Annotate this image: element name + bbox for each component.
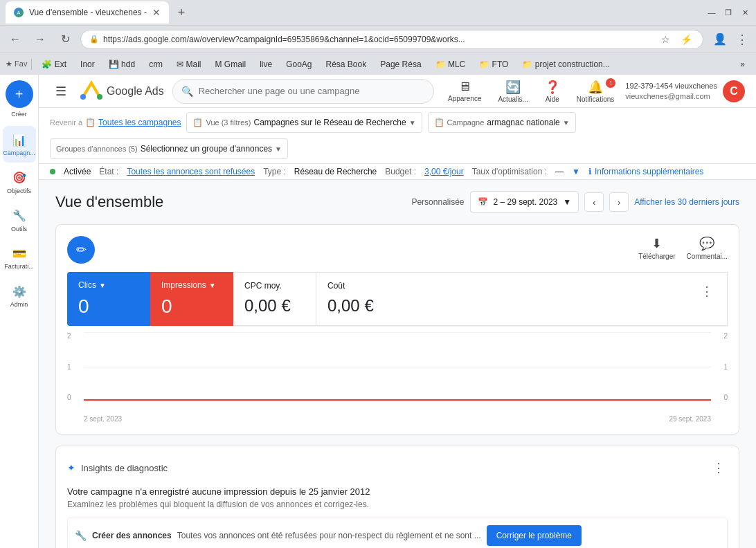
close-tab-button[interactable]: ✕ [152, 7, 161, 18]
top-header: ☰ Google Ads 🔍 🖥 Apparence 🔄 [39, 75, 756, 108]
bookmark-gmail[interactable]: M Gmail [209, 58, 251, 71]
info-link[interactable]: ℹ Informations supplémentaires [588, 167, 703, 176]
settings-icon[interactable]: ⋮ [734, 31, 750, 48]
view-filter-dropdown[interactable]: 📋 Vue (3 filtres) Campagnes sur le Résea… [186, 112, 422, 133]
chart-canvas [84, 332, 711, 401]
bookmark-mlc[interactable]: 📁 MLC [430, 58, 471, 71]
last-days-link[interactable]: Afficher les 30 derniers jours [634, 197, 739, 207]
fix-button[interactable]: Corriger le problème [487, 525, 582, 546]
nav-item-admin[interactable]: ⚙️ Admin [3, 277, 36, 314]
calendar-icon: 📅 [478, 197, 488, 207]
page-title: Vue d'ensemble [55, 193, 163, 211]
chart-x-labels: 2 sept. 2023 29 sept. 2023 [84, 415, 711, 423]
tab-title: Vue d'ensemble - vieuxchenes - [29, 8, 147, 17]
search-input[interactable] [199, 86, 425, 96]
cost-metric: Coût 0,00 € ⋮ [316, 272, 728, 326]
type-label: Type : [263, 167, 286, 176]
grid-line-mid [84, 367, 711, 367]
date-chevron-icon: ▼ [563, 197, 571, 207]
more-options-button[interactable]: ⋮ [698, 281, 716, 302]
insights-card: ✦ Insights de diagnostic ⋮ Votre campagn… [55, 446, 739, 548]
budget-label: Budget : [385, 167, 416, 176]
bookmark-live[interactable]: live [254, 58, 278, 71]
notification-bell-icon: 🔔 [588, 80, 603, 95]
download-button[interactable]: ⬇ Télécharger [638, 236, 675, 260]
date-prev-button[interactable]: ‹ [584, 192, 604, 212]
browser-tab[interactable]: A Vue d'ensemble - vieuxchenes - ✕ [6, 1, 169, 24]
campaign-dropdown[interactable]: 📋 Campagne armagnac nationale ▼ [428, 112, 576, 133]
bookmark-hdd[interactable]: 💾 hdd [103, 58, 141, 71]
nav-item-objectives[interactable]: 🎯 Objectifs [3, 164, 36, 201]
bookmark-mail[interactable]: ✉ Mail [171, 58, 206, 71]
maximize-button[interactable]: ❐ [723, 7, 734, 18]
search-bar[interactable]: 🔍 [172, 79, 434, 104]
optim-label: Taux d'optimisation : [472, 167, 547, 176]
all-campaigns-icon: 📋 [85, 118, 96, 127]
back-button[interactable]: ← [6, 30, 25, 49]
back-to-all-campaigns[interactable]: Revenir à 📋 Toutes les campagnes [50, 118, 181, 127]
nav-item-campaigns[interactable]: 📊 Campagn... [3, 126, 36, 163]
bookmark-ext[interactable]: 🧩 Ext [36, 58, 72, 71]
nav-label-tools: Outils [11, 226, 27, 233]
aide-button[interactable]: ❓ Aide [539, 77, 566, 106]
date-picker[interactable]: 📅 2 – 29 sept. 2023 ▼ [470, 191, 579, 213]
comment-button[interactable]: 💬 Commentai... [687, 236, 728, 260]
forward-button[interactable]: → [30, 30, 50, 49]
edit-button[interactable]: ✏ [67, 236, 95, 264]
nav-label-objectives: Objectifs [7, 188, 31, 195]
nav-item-tools[interactable]: 🔧 Outils [3, 202, 36, 239]
refresh-button[interactable]: ↻ [55, 30, 75, 49]
chart-area: 2 1 0 2 1 0 [67, 326, 728, 423]
bookmark-fto[interactable]: 📁 FTO [474, 58, 514, 71]
chart-y-right: 2 1 0 [711, 332, 728, 415]
lock-icon: 🔒 [89, 35, 99, 44]
date-type-label: Personnalisée [411, 197, 464, 207]
nav-label-admin: Admin [10, 301, 28, 309]
adgroup-dropdown[interactable]: Groupes d'annonces (5) Sélectionnez un g… [50, 138, 288, 159]
all-campaigns-link[interactable]: Toutes les campagnes [98, 118, 181, 127]
impressions-metric[interactable]: Impressions ▼ 0 [150, 272, 233, 326]
clicks-value: 0 [78, 295, 139, 318]
bookmark-inor[interactable]: Inor [75, 58, 100, 71]
insights-more-options[interactable]: ⋮ [710, 457, 728, 478]
cost-value: 0,00 € [327, 296, 374, 316]
insights-icon: ✦ [67, 462, 75, 473]
bookmark-page-resa[interactable]: Page Résa [375, 58, 426, 71]
nav-item-billing[interactable]: 💳 Facturati... [3, 239, 36, 276]
type-value: Réseau de Recherche [294, 167, 377, 176]
profile-icon[interactable]: 👤 [712, 31, 728, 48]
download-label: Télécharger [638, 253, 675, 260]
bookmarks-bar: ★ Fav 🧩 Ext Inor 💾 hdd crm ✉ Mail M Gmai… [0, 53, 756, 75]
chart-baseline [84, 399, 711, 401]
bookmark-star-icon[interactable]: ☆ [657, 31, 674, 48]
actualiser-label: Actualis... [498, 95, 528, 103]
insights-title: ✦ Insights de diagnostic [67, 462, 168, 473]
tools-icon: 🔧 [11, 208, 28, 224]
extensions-icon[interactable]: ⚡ [678, 31, 694, 48]
warning-sub: Examinez les problèmes qui bloquent la d… [67, 500, 728, 509]
svg-point-1 [80, 94, 86, 100]
date-next-button[interactable]: › [609, 192, 629, 212]
bookmark-crm[interactable]: crm [143, 58, 168, 71]
notifications-button[interactable]: 🔔 1 Notifications [571, 77, 620, 106]
hamburger-menu[interactable]: ☰ [50, 80, 72, 102]
main-content: ☰ Google Ads 🔍 🖥 Apparence 🔄 [39, 75, 756, 548]
close-button[interactable]: ✕ [739, 7, 750, 18]
minimize-button[interactable]: — [706, 7, 717, 18]
bookmark-resa-book[interactable]: Résa Book [321, 58, 372, 71]
bookmark-projet[interactable]: 📁 projet construction... [516, 58, 615, 71]
new-tab-button[interactable]: + [172, 3, 191, 22]
bookmark-gooag[interactable]: GooAg [280, 58, 317, 71]
budget-value[interactable]: 3,00 €/jour [424, 167, 464, 176]
page-header: Vue d'ensemble Personnalisée 📅 2 – 29 se… [55, 191, 739, 213]
create-button[interactable]: + [6, 80, 33, 108]
url-bar[interactable]: 🔒 https://ads.google.com/aw/overview?cam… [80, 30, 703, 49]
clicks-metric[interactable]: Clics ▼ 0 [67, 272, 150, 326]
more-bookmarks-button[interactable]: » [735, 58, 750, 71]
account-avatar[interactable]: C [723, 80, 745, 102]
apparence-button[interactable]: 🖥 Apparence [442, 77, 487, 105]
status-bar: Activée État : Toutes les annonces sont … [39, 164, 756, 180]
state-value[interactable]: Toutes les annonces sont refusées [127, 167, 255, 176]
chevron-down-icon[interactable]: ▼ [572, 167, 580, 176]
actualiser-button[interactable]: 🔄 Actualis... [492, 77, 533, 106]
